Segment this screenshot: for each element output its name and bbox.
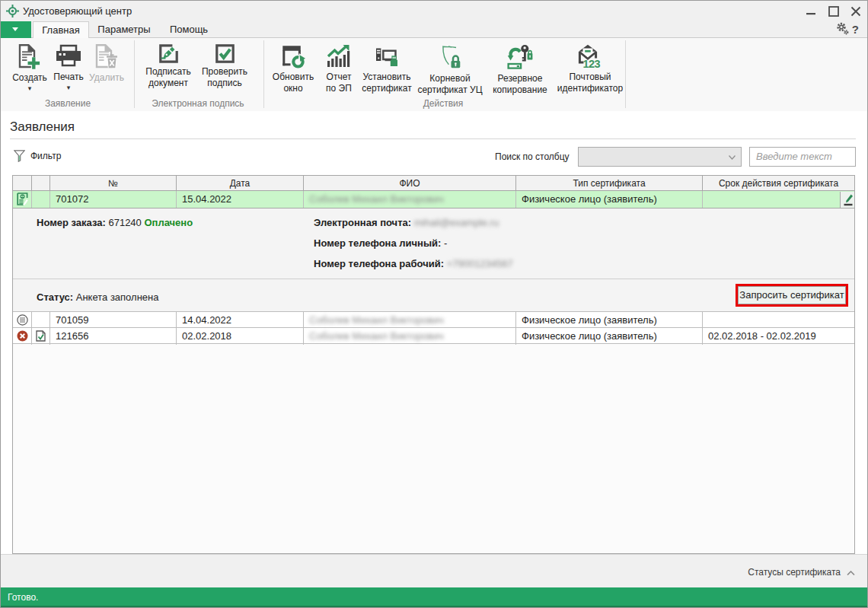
svg-text:123: 123 [583, 58, 601, 68]
